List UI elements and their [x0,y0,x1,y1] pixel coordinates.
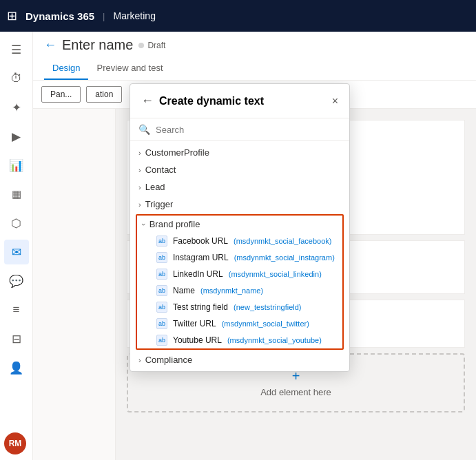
field-key-youtube: (msdynmkt_social_youtube) [227,336,322,344]
chevron-lead: › [138,183,141,191]
panel-button[interactable]: Pan... [41,86,81,103]
nav-divider: | [103,11,105,21]
field-icon-youtube: ab [156,335,167,346]
field-key-instagram: (msdynmkt_social_instagram) [234,253,335,262]
label-contact: Contact [145,165,176,175]
field-name-facebook: Facebook URL [173,236,228,246]
modal-header: ← Create dynamic text × [130,84,349,118]
sidebar-icon-chart[interactable]: 📊 [4,153,29,178]
search-icon: 🔍 [138,124,150,135]
brand-field-youtube[interactable]: ab Youtube URL (msdynmkt_social_youtube) [137,332,342,348]
avatar[interactable]: RM [4,432,26,454]
field-name-name: Name [173,286,195,295]
field-key-name: (msdynmkt_name) [200,286,263,295]
sidebar-icon-connect[interactable]: ⬡ [4,211,29,236]
tab-design[interactable]: Design [44,57,88,80]
add-element-label: Add element here [142,387,450,397]
nav-subtitle: Marketing [113,10,155,21]
tree-item-customerprofile[interactable]: › CustomerProfile [130,144,349,161]
page-header: ← Enter name Draft Design Preview and te… [33,32,476,81]
sidebar-icon-play[interactable]: ▶ [4,124,29,149]
modal-title: Create dynamic text [159,95,332,107]
search-input[interactable] [156,125,341,135]
elements-palette [33,109,116,460]
tab-preview-test[interactable]: Preview and test [88,57,171,80]
field-icon-teststring: ab [156,302,167,313]
page-title: Enter name [62,37,133,53]
sidebar-icon-star[interactable]: ✦ [4,95,29,120]
status-dot [138,43,144,48]
sidebar-icon-settings[interactable]: ⊟ [4,326,29,351]
label-compliance: Compliance [145,355,193,365]
tree-list: › CustomerProfile › Contact › Lead › Tri… [130,141,349,371]
top-navigation: ⊞ Dynamics 365 | Marketing [0,0,476,32]
field-icon-linkedin: ab [156,269,167,280]
field-name-youtube: Youtube URL [173,335,222,345]
field-key-facebook: (msdynmkt_social_facebook) [234,237,331,245]
field-icon-instagram: ab [156,252,167,263]
brand-field-twitter[interactable]: ab Twitter URL (msdynmkt_social_twitter) [137,315,342,332]
brand-field-name[interactable]: ab Name (msdynmkt_name) [137,282,342,299]
sidebar-icon-list[interactable]: ≡ [4,297,29,322]
status-badge: Draft [138,41,165,50]
chevron-customerprofile: › [138,149,141,157]
left-sidebar: ☰ ⏱ ✦ ▶ 📊 ▦ ⬡ ✉ 💬 ≡ ⊟ 👤 RM [0,32,33,460]
main-content: ← Enter name Draft Design Preview and te… [33,32,476,460]
label-lead: Lead [145,182,165,192]
back-button[interactable]: ← [44,38,56,52]
dynamic-text-modal: ← Create dynamic text × 🔍 › CustomerProf… [130,83,350,372]
tree-item-trigger[interactable]: › Trigger [130,196,349,213]
chevron-compliance: › [138,356,141,364]
brand-field-facebook[interactable]: ab Facebook URL (msdynmkt_social_faceboo… [137,233,342,249]
field-key-twitter: (msdynmkt_social_twitter) [222,320,309,328]
modal-back-button[interactable]: ← [141,94,154,108]
tree-item-contact[interactable]: › Contact [130,161,349,178]
modal-search-area: 🔍 [130,118,349,141]
brand-profile-section: › Brand profile ab Facebook URL (msdynmk… [136,214,344,350]
label-trigger: Trigger [145,199,174,209]
brand-field-linkedin[interactable]: ab LinkedIn URL (msdynmkt_social_linkedi… [137,266,342,282]
brand-profile-header[interactable]: › Brand profile [137,216,342,233]
content-area: Pan... ation ▤ Text Kee... [33,81,476,460]
label-brand-profile: Brand profile [149,219,200,229]
sidebar-icon-clock[interactable]: ⏱ [4,66,29,91]
field-name-twitter: Twitter URL [173,319,216,328]
field-key-linkedin: (msdynmkt_social_linkedin) [229,270,322,278]
sidebar-icon-people[interactable]: 👤 [4,355,29,380]
app-title: Dynamics 365 [25,10,94,22]
brand-field-instagram[interactable]: ab Instagram URL (msdynmkt_social_instag… [137,249,342,266]
sidebar-icon-table[interactable]: ▦ [4,182,29,207]
field-name-instagram: Instagram URL [173,253,229,262]
chevron-trigger: › [138,200,141,209]
field-name-linkedin: LinkedIn URL [173,269,223,279]
modal-close-button[interactable]: × [332,95,338,107]
label-customerprofile: CustomerProfile [145,147,209,158]
tree-item-lead[interactable]: › Lead [130,178,349,196]
field-icon-facebook: ab [156,236,167,247]
ation-button[interactable]: ation [86,86,122,103]
field-key-teststring: (new_teststringfield) [234,303,301,311]
grid-icon[interactable]: ⊞ [7,8,17,23]
field-icon-twitter: ab [156,318,167,329]
sidebar-icon-mail[interactable]: ✉ [4,240,29,264]
field-icon-name: ab [156,285,167,296]
status-text: Draft [147,41,165,50]
chevron-contact: › [138,166,141,174]
field-name-teststring: Test string field [173,302,228,312]
brand-field-teststring[interactable]: ab Test string field (new_teststringfiel… [137,299,342,315]
sidebar-icon-chat[interactable]: 💬 [4,269,29,293]
tree-item-compliance[interactable]: › Compliance [130,351,349,368]
page-tabs: Design Preview and test [44,57,465,80]
sidebar-icon-menu[interactable]: ☰ [4,37,29,62]
chevron-brand: › [140,223,148,226]
